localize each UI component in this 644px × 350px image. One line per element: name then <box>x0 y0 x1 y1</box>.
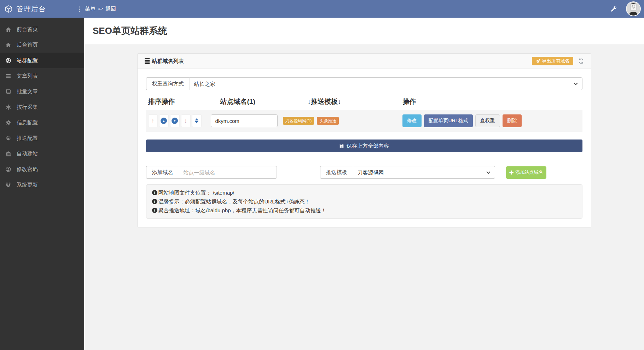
add-domain-form: 添加域名 推送模板 刀客源码网 ✚ 添加站点域名 <box>146 166 582 179</box>
sidebar-item-admin-home[interactable]: 后台首页 <box>0 37 84 53</box>
weight-query-group: 权重查询方式 站长之家 <box>146 77 582 90</box>
top-navbar: 管理后台 ⋮ 菜单 ↩ 返回 <box>0 0 644 18</box>
main-content: SEO单页站群系统 站群域名列表 导出所有域名 <box>84 18 644 350</box>
sort-toggle-button[interactable] <box>192 114 202 127</box>
asterisk-icon <box>5 104 11 110</box>
push-template-group: 推送模板 刀客源码网 <box>320 166 495 179</box>
sidebar-item-label: 推送配置 <box>17 135 38 142</box>
move-down-button[interactable]: ▼ <box>170 114 180 127</box>
menu-label: 菜单 <box>85 6 95 12</box>
content-header: SEO单页站群系统 <box>84 18 644 44</box>
wrench-icon[interactable] <box>610 6 617 12</box>
back-label: 返回 <box>105 6 116 12</box>
column-header-sort: 排序操作 <box>148 97 175 106</box>
back-button[interactable]: ↩ 返回 <box>98 0 116 18</box>
sidebar-item-label: 批量文章 <box>17 88 38 95</box>
column-header-template: ↓推送模板↓ <box>308 97 341 106</box>
new-domain-input[interactable] <box>179 166 277 179</box>
sidebar-item-front-home[interactable]: 前台首页 <box>0 22 84 37</box>
home-icon <box>5 42 11 48</box>
page-title: SEO单页站群系统 <box>93 25 167 37</box>
notes-well: i 网站地图文件夹位置： /sitemap/ i 温馨提示：必须配置站群域名，及… <box>146 184 582 219</box>
save-all-button[interactable]: 保存上方全部内容 <box>146 140 582 152</box>
sidebar-item-info-config[interactable]: 信息配置 <box>0 115 84 130</box>
gear-icon <box>5 120 11 126</box>
toutiao-push-badge[interactable]: 头条推送 <box>317 117 339 125</box>
paw-icon <box>5 135 11 141</box>
user-circle-icon <box>5 166 11 172</box>
floppy-disk-icon <box>339 143 344 148</box>
circle-chevron-down-icon: ▼ <box>172 118 178 124</box>
sort-updown-icon <box>195 118 198 123</box>
book-icon <box>5 89 11 95</box>
sidebar-item-batch-articles[interactable]: 批量文章 <box>0 84 84 99</box>
domain-input[interactable] <box>211 114 278 127</box>
panel-header: 站群域名列表 导出所有域名 <box>138 54 591 69</box>
push-template-select[interactable]: 刀客源码网 <box>353 166 495 179</box>
move-top-button[interactable]: ↑ <box>148 114 158 127</box>
sidebar-item-article-list[interactable]: 文章列表 <box>0 68 84 84</box>
delete-button[interactable]: 删除 <box>503 114 522 127</box>
template-badges: 刀客源码网(1) 头条推送 <box>283 117 339 125</box>
sidebar-item-label: 前台首页 <box>17 26 38 33</box>
weight-query-select[interactable]: 站长之家 <box>190 77 582 90</box>
note-sitemap: i 网站地图文件夹位置： /sitemap/ <box>152 188 576 197</box>
ellipsis-icon: ⋮ <box>76 6 82 12</box>
info-icon: i <box>152 190 157 195</box>
table-row: ↑ ▲ ▼ ↓ 刀客源码网(1) 头条推送 修改 配置单页URL格式 查权重 删… <box>146 110 582 132</box>
panel-title: 站群域名列表 <box>145 58 184 65</box>
sidebar-item-label: 自动建站 <box>17 150 38 157</box>
sidebar-item-system-update[interactable]: 系统更新 <box>0 177 84 192</box>
configure-url-button[interactable]: 配置单页URL格式 <box>424 114 473 127</box>
info-icon: i <box>152 199 157 204</box>
user-avatar[interactable] <box>626 1 641 16</box>
sidebar-item-push-config[interactable]: 推送配置 <box>0 130 84 146</box>
sidebar-item-label: 按行采集 <box>17 104 38 111</box>
divider <box>146 159 582 159</box>
circle-chevron-up-icon: ▲ <box>161 118 167 124</box>
sidebar-item-change-password[interactable]: 修改密码 <box>0 161 84 177</box>
template-badge[interactable]: 刀客源码网(1) <box>283 117 314 125</box>
sidebar-item-label: 修改密码 <box>17 166 38 173</box>
sidebar-item-site-group-config[interactable]: 站群配置 <box>0 53 84 68</box>
brand-title: 管理后台 <box>16 4 46 14</box>
magnet-icon <box>5 182 11 188</box>
brand[interactable]: 管理后台 <box>0 4 72 14</box>
bank-icon <box>5 151 11 157</box>
sidebar-item-auto-build[interactable]: 自动建站 <box>0 146 84 161</box>
move-up-button[interactable]: ▲ <box>159 114 169 127</box>
cube-logo-icon <box>5 5 13 13</box>
add-site-domain-button[interactable]: ✚ 添加站点域名 <box>506 166 546 179</box>
info-icon: i <box>152 208 157 213</box>
list-bars-icon <box>145 58 150 64</box>
list-icon <box>5 73 11 79</box>
sidebar-item-label: 系统更新 <box>17 182 38 188</box>
column-header-actions: 操作 <box>403 97 416 106</box>
globe-icon <box>5 58 11 64</box>
note-tip: i 温馨提示：必须配置站群域名，及每个站点的URL格式+伪静态！ <box>152 197 576 206</box>
sort-controls: ↑ ▲ ▼ ↓ <box>148 114 202 127</box>
domain-list-panel: 站群域名列表 导出所有域名 权重查 <box>137 53 591 227</box>
push-template-label: 推送模板 <box>320 166 353 179</box>
add-domain-group: 添加域名 <box>146 166 277 179</box>
edit-button[interactable]: 修改 <box>402 114 422 127</box>
sidebar-toggle-menu[interactable]: ⋮ 菜单 <box>76 0 95 18</box>
weight-query-label: 权重查询方式 <box>146 77 190 90</box>
paper-plane-icon <box>535 59 540 64</box>
sidebar-item-label: 站群配置 <box>17 57 38 64</box>
note-push-address: i 聚合推送地址：域名/baidu.php，本程序无需挂访问任务都可自动推送！ <box>152 206 576 215</box>
refresh-icon[interactable] <box>578 58 584 64</box>
plus-icon: ✚ <box>509 170 514 175</box>
check-weight-button[interactable]: 查权重 <box>475 114 500 127</box>
sidebar-item-label: 信息配置 <box>17 119 38 126</box>
table-header-row: 排序操作 站点域名(1) ↓推送模板↓ 操作 <box>146 94 582 108</box>
row-actions: 修改 配置单页URL格式 查权重 删除 <box>402 114 522 127</box>
add-domain-label: 添加域名 <box>146 166 179 179</box>
export-all-domains-button[interactable]: 导出所有域名 <box>532 57 573 65</box>
move-bottom-button[interactable]: ↓ <box>181 114 191 127</box>
sidebar-item-label: 后台首页 <box>17 42 38 48</box>
column-header-domain: 站点域名(1) <box>220 97 255 106</box>
sidebar-item-row-collect[interactable]: 按行采集 <box>0 99 84 115</box>
reply-arrow-icon: ↩ <box>98 6 103 12</box>
sidebar-nav: 前台首页 后台首页 站群配置 文章列表 批量文章 按行采集 信息配置 推送配置 … <box>0 18 84 350</box>
